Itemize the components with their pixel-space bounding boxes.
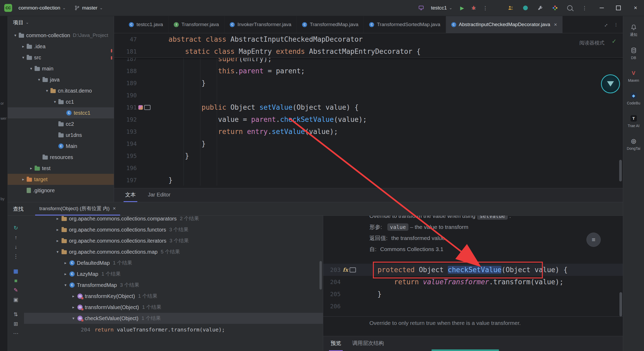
project-tree-item[interactable]: .gitignore: [8, 185, 114, 196]
tool-button-trae-ai[interactable]: TTrae AI: [623, 115, 644, 128]
code-line[interactable]: 181 static class MapEntry extends Abstra…: [114, 45, 623, 57]
chevron-down-icon[interactable]: ▾: [44, 88, 50, 93]
edit-icon[interactable]: ✎: [11, 285, 21, 295]
tab-jar-editor[interactable]: Jar Editor: [146, 188, 172, 202]
close-tab-icon[interactable]: ×: [554, 22, 557, 28]
line-number[interactable]: 205: [323, 291, 341, 297]
find-result-line[interactable]: 204return valueTransformer.transform(val…: [24, 324, 323, 335]
line-number[interactable]: 203: [323, 267, 341, 273]
line-number[interactable]: 181: [114, 48, 137, 55]
chevron-down-icon[interactable]: ▾: [54, 249, 62, 254]
editor-tab[interactable]: CInvokerTransformer.java: [224, 16, 297, 33]
expand-all-icon[interactable]: ⊞: [11, 319, 21, 329]
find-tree-item[interactable]: ▸org.apache.commons.collections.comparat…: [24, 216, 323, 224]
chevron-down-icon[interactable]: ▾: [62, 283, 69, 287]
find-tree-scrollbar[interactable]: [319, 261, 322, 290]
project-tree-item[interactable]: ▸target: [8, 174, 114, 185]
line-number[interactable]: 195: [114, 153, 137, 159]
find-tree-item[interactable]: ▸mtransformKey(Object)1 个结果: [24, 291, 323, 302]
vcs-widget[interactable]: master ⌄: [72, 3, 105, 12]
editor-tab[interactable]: CAbstractInputCheckedMapDecorator.java×: [446, 16, 563, 33]
group-by-icon[interactable]: ▦: [11, 266, 21, 276]
find-tree-item[interactable]: ▸org.apache.commons.collections.iterator…: [24, 235, 323, 246]
line-number[interactable]: 192: [114, 116, 137, 123]
line-number[interactable]: 190: [114, 92, 137, 99]
screen-icon[interactable]: [144, 105, 151, 110]
editor-scrollbar[interactable]: [619, 160, 622, 181]
line-number[interactable]: 188: [114, 68, 137, 74]
project-tree-item[interactable]: ▾java: [8, 74, 114, 85]
project-tree-item[interactable]: CMain: [8, 141, 114, 152]
project-tree-item[interactable]: ▾cc1: [8, 96, 114, 107]
chevron-right-icon[interactable]: ▸: [62, 261, 69, 265]
editor-tab[interactable]: CTransformedMap.java: [297, 16, 364, 33]
chevron-right-icon[interactable]: ▸: [54, 216, 62, 221]
tool-button-maven[interactable]: VMaven: [623, 69, 644, 83]
code-line[interactable]: 192 value = parent.checkSetValue(value);: [114, 113, 623, 126]
chevron-down-icon[interactable]: ▾: [36, 77, 43, 82]
doc-options-button[interactable]: ≡: [586, 233, 601, 247]
floating-assistant-badge[interactable]: [601, 74, 620, 93]
tab-text[interactable]: 文本: [124, 188, 137, 202]
code-line[interactable]: 205 }: [323, 288, 623, 300]
reader-mode-label[interactable]: 阅读器模式: [579, 40, 604, 46]
minimize-button[interactable]: [600, 8, 606, 8]
project-tree-item[interactable]: cc2: [8, 118, 114, 129]
open-in-editor-icon[interactable]: ▣: [11, 295, 21, 304]
assistant-avatar-icon[interactable]: [521, 4, 529, 12]
project-tree-item[interactable]: resources: [8, 152, 114, 163]
close-tab-icon[interactable]: ×: [113, 205, 116, 211]
project-tree-item[interactable]: ur1dns: [8, 129, 114, 141]
chevron-right-icon[interactable]: ▸: [28, 166, 35, 171]
project-tree-item[interactable]: ▾src: [8, 52, 114, 63]
plugins-icon[interactable]: [551, 4, 559, 12]
chevron-right-icon[interactable]: ▸: [62, 272, 69, 276]
chevron-down-icon[interactable]: ▾: [20, 55, 27, 60]
run-button[interactable]: ▶: [458, 4, 466, 12]
code-line[interactable]: 206: [323, 300, 623, 312]
code-line[interactable]: 195 }: [114, 150, 623, 162]
preview-scrollbar[interactable]: [619, 292, 622, 316]
find-tree-item[interactable]: ▾org.apache.commons.collections.map5 个结果: [24, 246, 323, 257]
tool-button-codebuddy[interactable]: ◆CodeBu: [623, 92, 644, 105]
project-tree-item[interactable]: ▾cn.itcast.demo: [8, 85, 114, 96]
settings-more-icon[interactable]: ⋯: [11, 329, 21, 338]
chevron-down-icon[interactable]: ▾: [51, 99, 58, 104]
find-tree-item[interactable]: ▾CTransformedMap3 个结果: [24, 280, 323, 291]
code-line[interactable]: 191 public Object setValue(Object value)…: [114, 101, 623, 113]
code-line[interactable]: 204 return valueTransformer.transform(va…: [323, 276, 623, 288]
error-stripe-mark[interactable]: [111, 56, 112, 60]
previous-occurrence-icon[interactable]: ↑: [11, 233, 21, 242]
expand-editor-icon[interactable]: ↔: [601, 21, 609, 28]
inspections-ok-icon[interactable]: ✓: [612, 38, 617, 45]
project-widget[interactable]: common-collection ⌄: [16, 3, 68, 12]
code-line[interactable]: 47abstract class AbstractInputCheckedMap…: [114, 33, 623, 45]
editor-tab[interactable]: Ctestcc1.java: [124, 16, 168, 33]
editor-tab[interactable]: ITransformer.java: [168, 16, 224, 33]
find-results-tab[interactable]: transform(Object) (所有位置 内) ×: [35, 202, 120, 215]
search-icon[interactable]: [566, 4, 574, 12]
tab-preview[interactable]: 预览: [329, 336, 343, 351]
find-tree-item[interactable]: ▸CLazyMap1 个结果: [24, 268, 323, 280]
chevron-down-icon[interactable]: ▾: [12, 33, 19, 38]
project-tree-item[interactable]: ▸.idea: [8, 41, 114, 52]
line-number[interactable]: 204: [323, 279, 341, 285]
find-tree-item[interactable]: ▸CDefaultedMap1 个结果: [24, 257, 323, 268]
code-line[interactable]: 193 return entry.setValue(value);: [114, 126, 623, 138]
project-tree-item[interactable]: ▾common-collectionD:\Java_Project: [8, 30, 114, 41]
app-logo[interactable]: CC: [4, 4, 12, 12]
line-number[interactable]: 194: [114, 141, 137, 147]
find-tree-item[interactable]: ▸org.apache.commons.collections.functors…: [24, 224, 323, 235]
tool-button-dongtai[interactable]: ◎DongTai: [623, 137, 644, 151]
chevron-down-icon[interactable]: ▾: [69, 316, 77, 321]
fx-icon[interactable]: fx: [343, 267, 348, 273]
debug-button[interactable]: [470, 4, 478, 12]
line-number[interactable]: 206: [323, 303, 341, 310]
code-line[interactable]: 189 }: [114, 77, 623, 89]
tool-button-database[interactable]: DB: [623, 47, 644, 60]
code-line[interactable]: 196: [114, 162, 623, 174]
line-number[interactable]: 189: [114, 80, 137, 86]
next-occurrence-icon[interactable]: ↓: [11, 242, 21, 252]
settings-wrench-icon[interactable]: [536, 4, 544, 12]
rerun-icon[interactable]: ↻: [11, 223, 21, 233]
